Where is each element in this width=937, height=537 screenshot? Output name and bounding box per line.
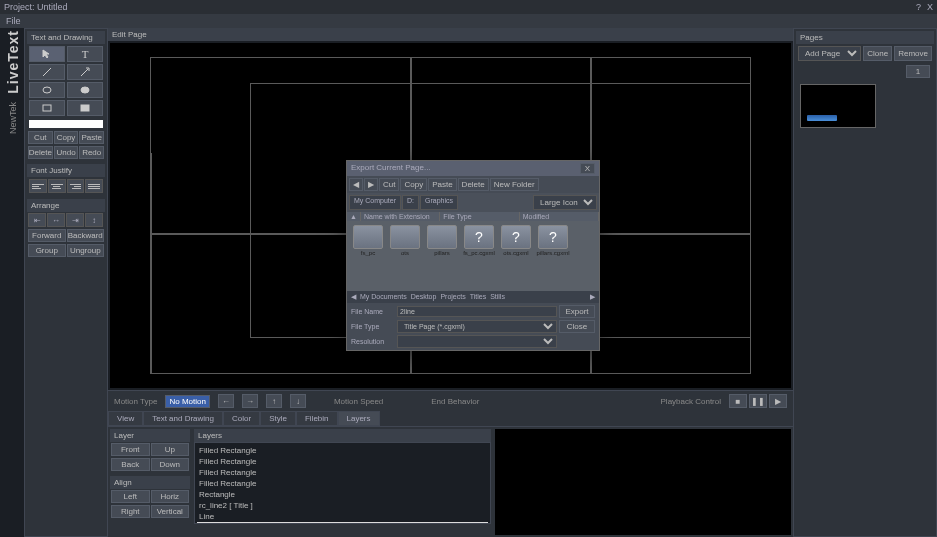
clone-button[interactable]: Clone <box>863 46 892 61</box>
cut-button[interactable]: Cut <box>28 131 53 144</box>
nudge-h[interactable]: ↔ <box>47 213 65 227</box>
justify-left[interactable] <box>29 179 47 193</box>
tab-style[interactable]: Style <box>260 411 296 426</box>
col-type[interactable]: File Type <box>440 212 519 221</box>
justify-center[interactable] <box>48 179 66 193</box>
layer-item[interactable]: Rectangle <box>197 489 488 500</box>
sc-stills[interactable]: Stills <box>490 293 505 301</box>
line-tool[interactable] <box>29 64 65 80</box>
dlg-copy[interactable]: Copy <box>400 178 427 191</box>
file-item[interactable]: ?ots.cgxml <box>499 225 533 287</box>
layers-list[interactable]: Filled RectangleFilled RectangleFilled R… <box>194 442 491 524</box>
close-button-dlg[interactable]: Close <box>559 320 595 333</box>
nudge-v[interactable]: ↕ <box>85 213 103 227</box>
arrow-tool[interactable] <box>67 64 103 80</box>
tab-layers[interactable]: Layers <box>338 411 380 426</box>
delete-button[interactable]: Delete <box>28 146 53 159</box>
dlg-delete[interactable]: Delete <box>458 178 489 191</box>
filled-rect-tool[interactable] <box>67 100 103 116</box>
file-item[interactable]: ?fs_pc.cgxml <box>462 225 496 287</box>
dlg-paste[interactable]: Paste <box>428 178 456 191</box>
align-horiz[interactable]: Horiz <box>151 490 190 503</box>
file-item[interactable]: fs_pc <box>351 225 385 287</box>
motion-up[interactable]: ↑ <box>266 394 282 408</box>
resolution-select[interactable] <box>397 335 557 348</box>
nudge-left[interactable]: ⇤ <box>28 213 46 227</box>
filename-input[interactable] <box>397 306 557 317</box>
help-button[interactable]: ? <box>916 2 921 12</box>
layer-item[interactable]: Filled Rectangle <box>197 445 488 456</box>
tab-color[interactable]: Color <box>223 411 260 426</box>
undo-button[interactable]: Undo <box>54 146 79 159</box>
ungroup-button[interactable]: Ungroup <box>67 244 105 257</box>
layer-back[interactable]: Back <box>111 458 150 471</box>
layer-item[interactable]: Filled Rectangle <box>197 478 488 489</box>
dlg-fwd[interactable]: ▶ <box>364 178 378 191</box>
nudge-right[interactable]: ⇥ <box>66 213 84 227</box>
path-mycomputer[interactable]: My Computer <box>349 195 401 210</box>
align-title: Align <box>110 476 190 489</box>
motion-down[interactable]: ↓ <box>290 394 306 408</box>
stop-button[interactable]: ■ <box>729 394 747 408</box>
file-item[interactable]: ots <box>388 225 422 287</box>
group-button[interactable]: Group <box>28 244 66 257</box>
dlg-back[interactable]: ◀ <box>349 178 363 191</box>
forward-button[interactable]: Forward <box>28 229 66 242</box>
col-name[interactable]: Name with Extension <box>361 212 440 221</box>
tab-view[interactable]: View <box>108 411 143 426</box>
dlg-newfolder[interactable]: New Folder <box>490 178 539 191</box>
dialog-close-x[interactable]: X <box>580 163 595 174</box>
path-folder[interactable]: Graphics <box>420 195 458 210</box>
sc-titles[interactable]: Titles <box>470 293 486 301</box>
align-vertical[interactable]: Vertical <box>151 505 190 518</box>
page-number[interactable]: 1 <box>906 65 930 78</box>
select-tool[interactable] <box>29 46 65 62</box>
file-item[interactable]: pillars <box>425 225 459 287</box>
paste-button[interactable]: Paste <box>79 131 104 144</box>
menu-file[interactable]: File <box>6 16 21 26</box>
ellipse-tool[interactable] <box>29 82 65 98</box>
rect-tool[interactable] <box>29 100 65 116</box>
no-motion-button[interactable]: No Motion <box>165 395 209 408</box>
text-tool[interactable]: T <box>67 46 103 62</box>
tab-text-drawing[interactable]: Text and Drawing <box>143 411 223 426</box>
filled-ellipse-tool[interactable] <box>67 82 103 98</box>
layer-up[interactable]: Up <box>151 443 190 456</box>
tab-filebin[interactable]: Filebin <box>296 411 338 426</box>
filetype-select[interactable]: Title Page (*.cgxml) <box>397 320 557 333</box>
sc-desktop[interactable]: Desktop <box>411 293 437 301</box>
sc-prev[interactable]: ◀ <box>351 293 356 301</box>
add-page-select[interactable]: Add Page <box>798 46 861 61</box>
layer-item[interactable]: rc_line2 [ Title ] <box>197 500 488 511</box>
backward-button[interactable]: Backward <box>67 229 105 242</box>
sc-next[interactable]: ▶ <box>590 293 595 301</box>
layer-down[interactable]: Down <box>151 458 190 471</box>
layer-front[interactable]: Front <box>111 443 150 456</box>
file-item[interactable]: ?pillars.cgxml <box>536 225 570 287</box>
justify-right[interactable] <box>67 179 85 193</box>
layer-item[interactable]: Filled Rectangle <box>197 467 488 478</box>
redo-button[interactable]: Redo <box>79 146 104 159</box>
align-left[interactable]: Left <box>111 490 150 503</box>
align-right[interactable]: Right <box>111 505 150 518</box>
pause-button[interactable]: ❚❚ <box>749 394 767 408</box>
remove-button[interactable]: Remove <box>894 46 932 61</box>
dlg-cut[interactable]: Cut <box>379 178 399 191</box>
export-button[interactable]: Export <box>559 305 595 318</box>
view-mode[interactable]: Large Icon <box>533 195 597 210</box>
justify-full[interactable] <box>85 179 103 193</box>
col-modified[interactable]: Modified <box>520 212 599 221</box>
page-thumbnail[interactable] <box>800 84 876 128</box>
motion-left[interactable]: ← <box>218 394 234 408</box>
layer-item[interactable]: Filled Rectangle <box>197 456 488 467</box>
play-button[interactable]: ▶ <box>769 394 787 408</box>
close-button[interactable]: X <box>927 2 933 12</box>
layer-item[interactable]: rc_line1 [ Name ] <box>197 522 488 524</box>
copy-button[interactable]: Copy <box>54 131 79 144</box>
color-swatch[interactable] <box>29 120 103 128</box>
sc-mydocs[interactable]: My Documents <box>360 293 407 301</box>
motion-right[interactable]: → <box>242 394 258 408</box>
path-drive[interactable]: D: <box>402 195 419 210</box>
sc-projects[interactable]: Projects <box>440 293 465 301</box>
layer-item[interactable]: Line <box>197 511 488 522</box>
